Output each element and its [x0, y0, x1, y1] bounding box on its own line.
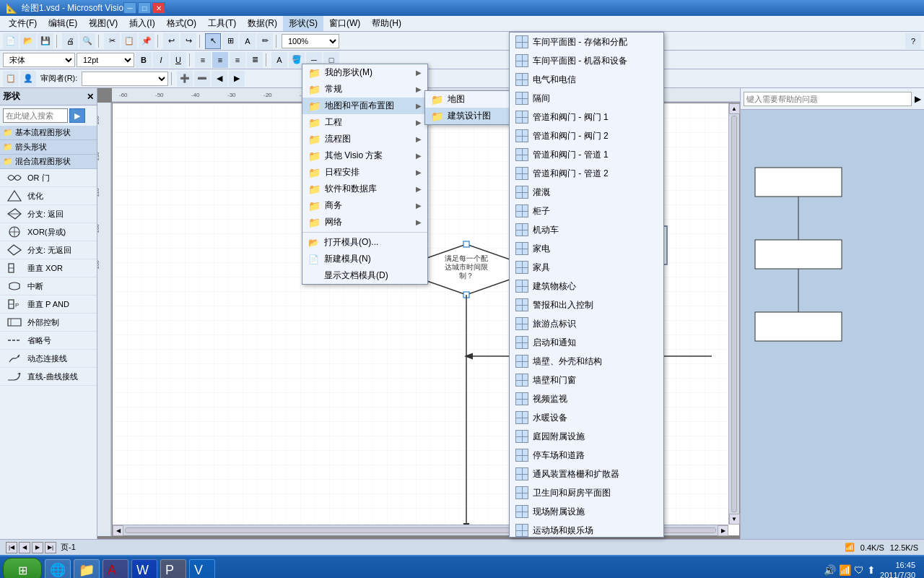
tray-icon-4[interactable]: ⬆ [867, 564, 876, 576]
list-item[interactable]: 墙壁和门窗 [510, 371, 663, 389]
menu-shape[interactable]: 形状(S) [283, 16, 323, 31]
justify-btn[interactable]: ≣ [247, 52, 263, 68]
tp-add[interactable]: ➕ [177, 71, 193, 87]
menu-schedule[interactable]: 📁 日程安排 ▶ [302, 164, 427, 181]
menu-common[interactable]: 📁 常规 ▶ [302, 81, 427, 98]
italic-btn[interactable]: I [153, 52, 169, 68]
scroll-down-btn[interactable]: ▼ [729, 514, 740, 525]
list-item[interactable]: 家电 [510, 239, 663, 258]
tp-select[interactable] [82, 72, 168, 86]
help-input[interactable] [744, 92, 912, 106]
bold-btn[interactable]: B [136, 52, 152, 68]
scroll-right-btn[interactable]: ▶ [718, 525, 728, 536]
menu-other-visio[interactable]: 📁 其他 Visio 方案 ▶ [302, 147, 427, 164]
menu-business[interactable]: 📁 商务 ▶ [302, 197, 427, 214]
category-basic-flow[interactable]: 📁 基本流程图形状 [0, 126, 97, 140]
tb-undo[interactable]: ↩ [163, 33, 179, 49]
taskbar-app-ppt[interactable]: P [160, 559, 186, 578]
list-item[interactable]: 优化 [0, 187, 97, 205]
menu-open-stencil[interactable]: 📂 打开模具(O)... [302, 234, 427, 251]
menu-data[interactable]: 数据(R) [242, 16, 283, 31]
tp-next[interactable]: ▶ [229, 71, 245, 87]
tp-viewer[interactable]: 📋 [3, 71, 19, 87]
taskbar-app-folder[interactable]: 📁 [74, 559, 100, 578]
menu-insert[interactable]: 插入(I) [123, 16, 160, 31]
align-center-btn[interactable]: ≡ [212, 52, 228, 68]
taskbar-app-ie[interactable]: 🌐 [45, 559, 71, 578]
tb-save[interactable]: 💾 [38, 33, 53, 49]
list-item[interactable]: 视频监视 [510, 389, 663, 408]
tb-cut[interactable]: ✂ [104, 33, 120, 49]
size-select[interactable]: 12pt [77, 53, 134, 67]
tp-reviewer[interactable]: 👤 [20, 71, 36, 87]
list-item[interactable]: 水暖设备 [510, 408, 663, 427]
menu-engineering[interactable]: 📁 工程 ▶ [302, 114, 427, 131]
search-input[interactable] [3, 108, 68, 123]
page-fwd-btn[interactable]: ▶ [32, 542, 43, 553]
list-item[interactable]: 车间平面图 - 机器和设备 [510, 51, 663, 70]
tp-prev[interactable]: ◀ [212, 71, 227, 87]
list-item[interactable]: 机动车 [510, 220, 663, 239]
minimize-button[interactable]: ─ [123, 2, 136, 14]
page-last-btn[interactable]: ▶| [45, 542, 56, 553]
font-select[interactable]: 宋体 [3, 53, 75, 67]
tb-new[interactable]: 📄 [3, 33, 19, 49]
taskbar-app-visio[interactable]: V [189, 559, 215, 578]
list-item[interactable]: 动态连接线 [0, 350, 97, 368]
underline-btn[interactable]: U [170, 52, 186, 68]
tb-copy[interactable]: 📋 [121, 33, 137, 49]
align-left-btn[interactable]: ≡ [195, 52, 211, 68]
tb-pointer[interactable]: ↖ [205, 33, 221, 49]
scroll-up-btn[interactable]: ▲ [729, 103, 740, 114]
menu-help[interactable]: 帮助(H) [366, 16, 407, 31]
tp-remove[interactable]: ➖ [194, 71, 210, 87]
list-item[interactable]: 卫生间和厨房平面图 [510, 483, 663, 502]
tb-redo[interactable]: ↪ [180, 33, 196, 49]
list-item[interactable]: 隔间 [510, 89, 663, 108]
zoom-select[interactable]: 100% 75% 150% [282, 34, 339, 48]
page-back-btn[interactable]: ◀ [19, 542, 30, 553]
shape-panel-close[interactable]: ✕ [87, 92, 94, 102]
list-item[interactable]: P 垂直 P AND [0, 296, 97, 314]
align-right-btn[interactable]: ≡ [230, 52, 245, 68]
list-item[interactable]: 分支: 无返回 [0, 241, 97, 259]
page-prev-btn[interactable]: |◀ [6, 542, 17, 553]
list-item[interactable]: 直线-曲线接线 [0, 368, 97, 386]
help-arrow[interactable]: ▶ [915, 94, 921, 104]
list-item[interactable]: 外部控制 [0, 314, 97, 332]
menu-show-doc-stencil[interactable]: 显示文档模具(D) [302, 267, 427, 284]
start-button[interactable]: ⊞ [3, 558, 42, 578]
menu-software[interactable]: 📁 软件和数据库 ▶ [302, 181, 427, 197]
menu-my-shapes[interactable]: 📁 我的形状(M) ▶ [302, 64, 427, 81]
menu-edit[interactable]: 编辑(E) [43, 16, 83, 31]
list-item[interactable]: 现场附属设施 [510, 502, 663, 521]
tb-help[interactable]: ? [905, 33, 921, 49]
menu-tools[interactable]: 工具(T) [202, 16, 242, 31]
list-item[interactable]: 警报和出入控制 [510, 296, 663, 314]
list-item[interactable]: 通风装置格栅和扩散器 [510, 465, 663, 483]
font-color-btn[interactable]: A [271, 52, 287, 68]
maximize-button[interactable]: □ [138, 2, 151, 14]
list-item[interactable]: 管道和阀门 - 管道 2 [510, 164, 663, 183]
list-item[interactable]: 家具 [510, 258, 663, 277]
list-item[interactable]: XOR(异或) [0, 223, 97, 241]
list-item[interactable]: 电气和电信 [510, 70, 663, 89]
tb-preview[interactable]: 🔍 [79, 33, 95, 49]
list-item[interactable]: 管道和阀门 - 阀门 1 [510, 108, 663, 126]
close-button[interactable]: ✕ [152, 2, 165, 14]
taskbar-app-word[interactable]: W [131, 559, 157, 578]
list-item[interactable]: 旅游点标识 [510, 314, 663, 333]
tray-icon-2[interactable]: 📶 [839, 564, 851, 576]
list-item[interactable]: 中断 [0, 277, 97, 296]
list-item[interactable]: 车间平面图 - 存储和分配 [510, 33, 663, 51]
list-item[interactable]: 庭园附属设施 [510, 427, 663, 446]
menu-network[interactable]: 📁 网络 ▶ [302, 214, 427, 230]
taskbar-app-acrobat[interactable]: A [103, 559, 128, 578]
tb-connect[interactable]: ⊞ [222, 33, 238, 49]
tb-print[interactable]: 🖨 [62, 33, 78, 49]
tb-paste[interactable]: 📌 [139, 33, 154, 49]
search-button[interactable]: ▶ [69, 108, 85, 123]
scroll-left-btn[interactable]: ◀ [113, 525, 123, 536]
list-item[interactable]: 分支: 返回 [0, 205, 97, 223]
menu-maps[interactable]: 📁 地图和平面布置图 ▶ [302, 98, 427, 114]
